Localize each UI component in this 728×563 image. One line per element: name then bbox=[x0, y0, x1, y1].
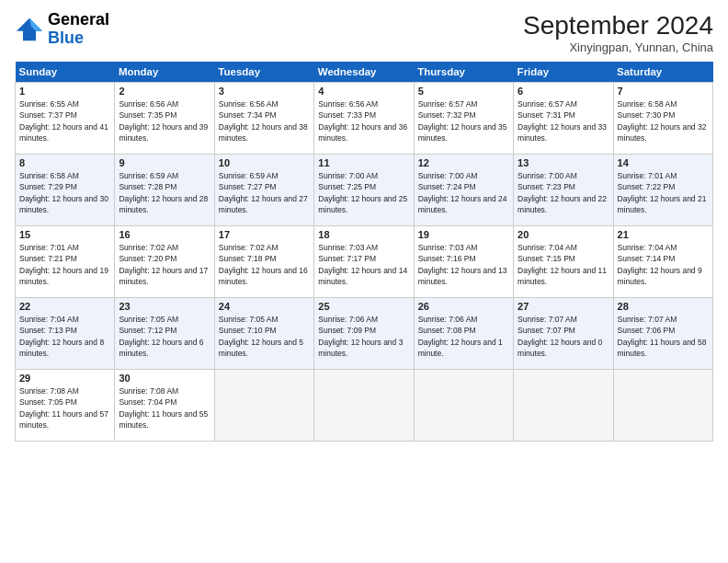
daylight-label: Daylight: 12 hours and 41 minutes. bbox=[19, 122, 108, 143]
daylight-label: Daylight: 12 hours and 33 minutes. bbox=[518, 122, 607, 143]
day-number: 16 bbox=[119, 229, 210, 240]
sunset-label: Sunset: 7:32 PM bbox=[418, 110, 476, 120]
table-row: 8 Sunrise: 6:58 AM Sunset: 7:29 PM Dayli… bbox=[16, 155, 115, 226]
daylight-label: Daylight: 12 hours and 6 minutes. bbox=[119, 338, 203, 358]
day-number: 10 bbox=[219, 157, 310, 168]
daylight-label: Daylight: 12 hours and 27 minutes. bbox=[219, 194, 308, 214]
sunset-label: Sunset: 7:37 PM bbox=[19, 110, 77, 120]
table-row: 11 Sunrise: 7:00 AM Sunset: 7:25 PM Dayl… bbox=[314, 155, 414, 226]
calendar-row: 29 Sunrise: 7:08 AM Sunset: 7:05 PM Dayl… bbox=[16, 370, 713, 442]
sunset-label: Sunset: 7:22 PM bbox=[618, 182, 676, 191]
table-row: 5 Sunrise: 6:57 AM Sunset: 7:32 PM Dayli… bbox=[414, 83, 513, 155]
day-number: 9 bbox=[119, 157, 210, 168]
sunset-label: Sunset: 7:20 PM bbox=[119, 254, 176, 263]
table-row: 23 Sunrise: 7:05 AM Sunset: 7:12 PM Dayl… bbox=[115, 298, 214, 370]
daylight-label: Daylight: 12 hours and 0 minutes. bbox=[518, 338, 602, 358]
daylight-label: Daylight: 12 hours and 11 minutes. bbox=[518, 266, 607, 286]
sunrise-label: Sunrise: 7:00 AM bbox=[318, 171, 378, 180]
day-info: Sunrise: 7:02 AM Sunset: 7:18 PM Dayligh… bbox=[219, 242, 310, 287]
day-info: Sunrise: 7:00 AM Sunset: 7:24 PM Dayligh… bbox=[418, 170, 509, 215]
sunset-label: Sunset: 7:25 PM bbox=[318, 182, 376, 191]
daylight-label: Daylight: 12 hours and 21 minutes. bbox=[618, 194, 707, 214]
daylight-label: Daylight: 12 hours and 24 minutes. bbox=[418, 194, 507, 214]
sunrise-label: Sunrise: 6:55 AM bbox=[19, 99, 79, 109]
day-number: 26 bbox=[418, 301, 509, 312]
day-info: Sunrise: 7:04 AM Sunset: 7:14 PM Dayligh… bbox=[618, 242, 709, 287]
day-number: 29 bbox=[19, 373, 110, 384]
table-row bbox=[314, 370, 414, 442]
day-number: 19 bbox=[418, 229, 509, 240]
day-info: Sunrise: 6:58 AM Sunset: 7:29 PM Dayligh… bbox=[19, 170, 110, 215]
table-row: 25 Sunrise: 7:06 AM Sunset: 7:09 PM Dayl… bbox=[314, 298, 414, 370]
day-number: 22 bbox=[19, 301, 110, 312]
daylight-label: Daylight: 12 hours and 8 minutes. bbox=[19, 338, 104, 358]
daylight-label: Daylight: 12 hours and 35 minutes. bbox=[418, 122, 507, 143]
day-number: 5 bbox=[418, 86, 509, 97]
day-info: Sunrise: 7:06 AM Sunset: 7:09 PM Dayligh… bbox=[318, 314, 409, 359]
sunset-label: Sunset: 7:06 PM bbox=[618, 326, 676, 335]
daylight-label: Daylight: 12 hours and 25 minutes. bbox=[318, 194, 407, 214]
sunrise-label: Sunrise: 6:58 AM bbox=[19, 171, 79, 180]
sunset-label: Sunset: 7:16 PM bbox=[418, 254, 476, 263]
day-info: Sunrise: 7:04 AM Sunset: 7:13 PM Dayligh… bbox=[19, 314, 110, 359]
day-info: Sunrise: 6:59 AM Sunset: 7:28 PM Dayligh… bbox=[119, 170, 210, 215]
daylight-label: Daylight: 12 hours and 3 minutes. bbox=[318, 338, 403, 358]
day-number: 25 bbox=[318, 301, 409, 312]
daylight-label: Daylight: 12 hours and 19 minutes. bbox=[19, 266, 108, 286]
sunrise-label: Sunrise: 7:06 AM bbox=[318, 315, 378, 324]
table-row: 3 Sunrise: 6:56 AM Sunset: 7:34 PM Dayli… bbox=[214, 83, 313, 155]
sunset-label: Sunset: 7:18 PM bbox=[219, 254, 277, 263]
day-number: 13 bbox=[518, 157, 609, 168]
daylight-label: Daylight: 12 hours and 36 minutes. bbox=[318, 122, 407, 143]
day-number: 28 bbox=[618, 301, 709, 312]
daylight-label: Daylight: 12 hours and 38 minutes. bbox=[219, 122, 308, 143]
sunset-label: Sunset: 7:05 PM bbox=[19, 397, 77, 407]
sunrise-label: Sunrise: 7:08 AM bbox=[19, 386, 79, 396]
sunrise-label: Sunrise: 7:07 AM bbox=[518, 315, 577, 324]
sunrise-label: Sunrise: 7:02 AM bbox=[119, 243, 178, 252]
table-row: 14 Sunrise: 7:01 AM Sunset: 7:22 PM Dayl… bbox=[613, 155, 712, 226]
calendar-row: 15 Sunrise: 7:01 AM Sunset: 7:21 PM Dayl… bbox=[16, 226, 713, 298]
table-row: 27 Sunrise: 7:07 AM Sunset: 7:07 PM Dayl… bbox=[514, 298, 613, 370]
day-number: 1 bbox=[19, 86, 110, 97]
header-row: Sunday Monday Tuesday Wednesday Thursday… bbox=[16, 62, 713, 83]
day-info: Sunrise: 7:01 AM Sunset: 7:22 PM Dayligh… bbox=[618, 170, 709, 215]
day-info: Sunrise: 6:58 AM Sunset: 7:30 PM Dayligh… bbox=[618, 98, 709, 144]
month-title: September 2024 bbox=[523, 11, 713, 40]
sunrise-label: Sunrise: 7:03 AM bbox=[418, 243, 478, 252]
daylight-label: Daylight: 12 hours and 16 minutes. bbox=[219, 266, 308, 286]
table-row bbox=[514, 370, 613, 442]
sunrise-label: Sunrise: 7:02 AM bbox=[219, 243, 279, 252]
sunset-label: Sunset: 7:27 PM bbox=[219, 182, 277, 191]
table-row: 17 Sunrise: 7:02 AM Sunset: 7:18 PM Dayl… bbox=[214, 226, 313, 298]
sunrise-label: Sunrise: 7:03 AM bbox=[318, 243, 378, 252]
sunset-label: Sunset: 7:23 PM bbox=[518, 182, 575, 191]
title-block: September 2024 Xinyingpan, Yunnan, China bbox=[523, 11, 713, 54]
sunrise-label: Sunrise: 6:58 AM bbox=[618, 99, 677, 109]
col-wednesday: Wednesday bbox=[314, 62, 414, 83]
col-thursday: Thursday bbox=[414, 62, 513, 83]
day-number: 15 bbox=[19, 229, 110, 240]
table-row: 6 Sunrise: 6:57 AM Sunset: 7:31 PM Dayli… bbox=[514, 83, 613, 155]
col-saturday: Saturday bbox=[613, 62, 712, 83]
calendar-row: 22 Sunrise: 7:04 AM Sunset: 7:13 PM Dayl… bbox=[16, 298, 713, 370]
day-number: 30 bbox=[119, 373, 210, 384]
day-info: Sunrise: 7:02 AM Sunset: 7:20 PM Dayligh… bbox=[119, 242, 210, 287]
daylight-label: Daylight: 12 hours and 28 minutes. bbox=[119, 194, 208, 214]
calendar-body: 1 Sunrise: 6:55 AM Sunset: 7:37 PM Dayli… bbox=[16, 83, 713, 442]
table-row: 12 Sunrise: 7:00 AM Sunset: 7:24 PM Dayl… bbox=[414, 155, 513, 226]
col-monday: Monday bbox=[115, 62, 214, 83]
logo-text: General Blue bbox=[48, 11, 109, 48]
sunset-label: Sunset: 7:04 PM bbox=[119, 397, 176, 407]
sunrise-label: Sunrise: 6:59 AM bbox=[119, 171, 178, 180]
table-row: 20 Sunrise: 7:04 AM Sunset: 7:15 PM Dayl… bbox=[514, 226, 613, 298]
sunrise-label: Sunrise: 7:04 AM bbox=[518, 243, 577, 252]
day-info: Sunrise: 6:55 AM Sunset: 7:37 PM Dayligh… bbox=[19, 98, 110, 144]
day-info: Sunrise: 7:08 AM Sunset: 7:04 PM Dayligh… bbox=[119, 385, 210, 431]
sunset-label: Sunset: 7:08 PM bbox=[418, 326, 476, 335]
logo-blue: Blue bbox=[48, 29, 84, 47]
sunset-label: Sunset: 7:14 PM bbox=[618, 254, 676, 263]
sunset-label: Sunset: 7:13 PM bbox=[19, 326, 77, 335]
table-row: 22 Sunrise: 7:04 AM Sunset: 7:13 PM Dayl… bbox=[16, 298, 115, 370]
col-tuesday: Tuesday bbox=[214, 62, 313, 83]
